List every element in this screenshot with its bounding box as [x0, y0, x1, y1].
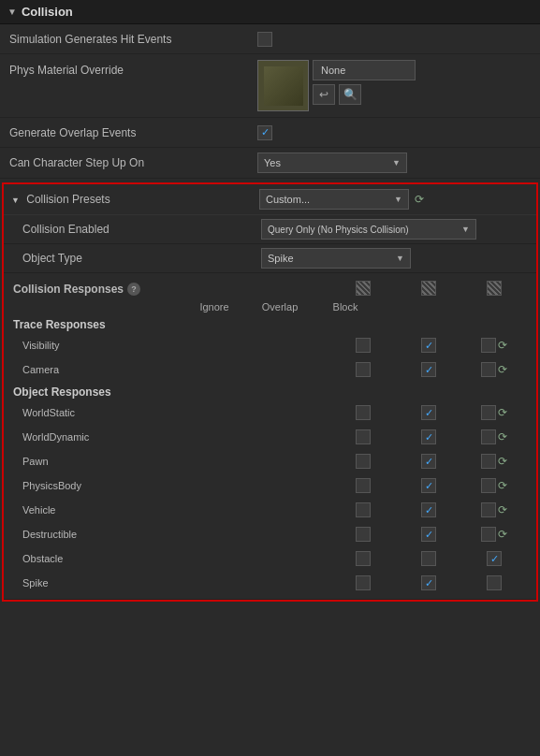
obstacle-overlap-checkbox[interactable]: [421, 551, 436, 566]
generate-overlap-control: [257, 125, 531, 140]
visibility-reset-icon[interactable]: ⟳: [498, 339, 507, 352]
spike-block-checkbox[interactable]: [487, 575, 502, 590]
pawn-label: Pawn: [13, 456, 182, 467]
vehicle-overlap-checkbox[interactable]: [421, 502, 436, 517]
can-character-dropdown-arrow-icon: ▼: [392, 158, 401, 167]
worlddynamic-reset-icon[interactable]: ⟳: [498, 430, 507, 443]
physicsbody-ignore-checkbox[interactable]: [356, 478, 371, 493]
phys-material-name: None: [313, 60, 416, 80]
collision-enabled-dropdown[interactable]: Query Only (No Physics Collision) ▼: [261, 219, 476, 240]
camera-checks: ⟳: [330, 362, 527, 377]
vehicle-block-checkbox[interactable]: [481, 502, 496, 517]
object-type-dropdown[interactable]: Spike ▼: [261, 248, 411, 269]
pawn-overlap-checkbox[interactable]: [421, 454, 436, 469]
collision-section-header[interactable]: ▼ Collision: [0, 0, 540, 24]
collision-enabled-row: Collision Enabled Query Only (No Physics…: [4, 215, 536, 244]
col-label-overlap: Overlap: [247, 301, 313, 313]
col-labels-row: Ignore Overlap Block: [182, 301, 378, 314]
collision-presets-dropdown[interactable]: Custom... ▼: [259, 189, 409, 210]
phys-material-thumbnail[interactable]: [257, 60, 309, 111]
physicsbody-block-checkbox[interactable]: [481, 478, 496, 493]
generate-overlap-checkbox[interactable]: [257, 125, 272, 140]
can-character-control: Yes ▼: [257, 153, 531, 173]
destructible-reset-icon[interactable]: ⟳: [498, 528, 507, 541]
can-character-label: Can Character Step Up On: [9, 156, 257, 169]
spike-overlap-checkbox[interactable]: [421, 575, 436, 590]
camera-overlap-checkbox[interactable]: [421, 362, 436, 377]
col-label-ignore: Ignore: [182, 301, 247, 313]
obstacle-row: Obstacle: [13, 546, 527, 571]
collision-enabled-value: Query Only (No Physics Collision): [268, 225, 409, 235]
col-headers: [330, 281, 527, 298]
spike-ignore-checkbox[interactable]: [356, 575, 371, 590]
can-character-dropdown-value: Yes: [264, 157, 281, 168]
physicsbody-overlap-checkbox[interactable]: [421, 478, 436, 493]
pawn-reset-icon[interactable]: ⟳: [498, 455, 507, 468]
worlddynamic-checks: ⟳: [330, 429, 527, 444]
obstacle-ignore-checkbox[interactable]: [356, 551, 371, 566]
trace-responses-category: Trace Responses: [13, 314, 527, 333]
vehicle-checks: ⟳: [330, 502, 527, 517]
collision-responses-section: Collision Responses ? Ignore: [4, 273, 536, 600]
worlddynamic-overlap-checkbox[interactable]: [421, 429, 436, 444]
destructible-block-checkbox[interactable]: [481, 527, 496, 542]
phys-material-label: Phys Material Override: [9, 60, 257, 77]
responses-label-text: Collision Responses: [13, 283, 124, 296]
collision-enabled-arrow-icon: ▼: [461, 225, 470, 234]
collision-presets-label: ▼ Collision Presets: [11, 193, 259, 206]
pawn-block-checkbox[interactable]: [481, 454, 496, 469]
visibility-overlap-checkbox[interactable]: [421, 338, 436, 353]
worldstatic-label: WorldStatic: [13, 407, 182, 418]
visibility-ignore-checkbox[interactable]: [356, 338, 371, 353]
phys-material-search-button[interactable]: 🔍: [339, 84, 361, 105]
pawn-checks: ⟳: [330, 454, 527, 469]
worldstatic-block-checkbox[interactable]: [481, 405, 496, 420]
collision-panel: ▼ Collision Simulation Generates Hit Eve…: [0, 0, 540, 602]
section-title: Collision: [22, 5, 73, 19]
col-header-block: [461, 281, 527, 298]
destructible-overlap-checkbox[interactable]: [421, 527, 436, 542]
collision-presets-reset-icon[interactable]: ⟳: [415, 193, 424, 206]
camera-reset-icon[interactable]: ⟳: [498, 363, 507, 376]
object-type-arrow-icon: ▼: [396, 254, 404, 263]
physicsbody-row: PhysicsBody ⟳: [13, 473, 527, 498]
camera-ignore-cell: [330, 362, 396, 377]
worldstatic-reset-icon[interactable]: ⟳: [498, 406, 507, 419]
can-character-dropdown[interactable]: Yes ▼: [257, 153, 407, 173]
phys-material-back-button[interactable]: ↩: [313, 84, 335, 105]
col-ignore-striped-icon: [356, 281, 371, 296]
physicsbody-reset-icon[interactable]: ⟳: [498, 479, 507, 492]
spike-row: Spike: [13, 571, 527, 595]
col-label-block: Block: [313, 301, 378, 313]
camera-block-checkbox[interactable]: [481, 362, 496, 377]
visibility-block-checkbox[interactable]: [481, 338, 496, 353]
vehicle-ignore-checkbox[interactable]: [356, 502, 371, 517]
can-character-row: Can Character Step Up On Yes ▼: [0, 148, 540, 179]
pawn-ignore-checkbox[interactable]: [356, 454, 371, 469]
collision-presets-dropdown-value: Custom...: [266, 194, 310, 205]
phys-material-thumbnail-inner: [264, 66, 303, 106]
camera-block-cell: ⟳: [461, 362, 527, 377]
phys-material-buttons: ↩ 🔍: [313, 84, 416, 105]
camera-ignore-checkbox[interactable]: [356, 362, 371, 377]
spike-checks: [330, 575, 527, 590]
help-icon[interactable]: ?: [127, 283, 140, 296]
vehicle-reset-icon[interactable]: ⟳: [498, 503, 507, 516]
camera-overlap-cell: [396, 362, 461, 377]
simulation-generates-checkbox[interactable]: [257, 32, 272, 47]
obstacle-checks: [330, 551, 527, 566]
camera-label: Camera: [13, 364, 182, 375]
destructible-ignore-checkbox[interactable]: [356, 527, 371, 542]
worldstatic-overlap-checkbox[interactable]: [421, 405, 436, 420]
worlddynamic-ignore-checkbox[interactable]: [356, 429, 371, 444]
col-header-ignore: [330, 281, 396, 298]
spike-label: Spike: [13, 577, 182, 589]
collision-presets-control: Custom... ▼ ⟳: [259, 189, 527, 210]
worldstatic-ignore-checkbox[interactable]: [356, 405, 371, 420]
obstacle-block-checkbox[interactable]: [487, 551, 502, 566]
collision-enabled-control: Query Only (No Physics Collision) ▼: [261, 219, 527, 240]
visibility-checks: ⟳: [330, 338, 527, 353]
object-type-control: Spike ▼: [261, 248, 527, 269]
worlddynamic-block-checkbox[interactable]: [481, 429, 496, 444]
simulation-generates-row: Simulation Generates Hit Events: [0, 24, 540, 54]
